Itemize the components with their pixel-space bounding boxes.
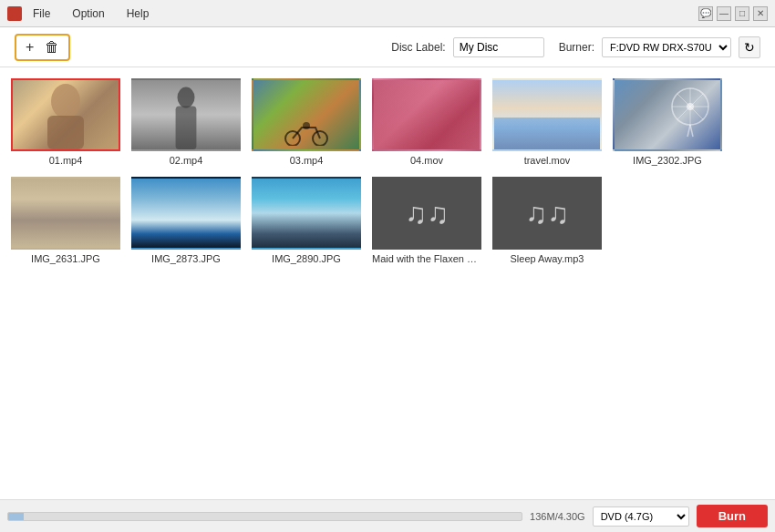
water-overlay [494, 118, 600, 149]
disc-label-input[interactable] [453, 37, 544, 57]
progress-bar [7, 512, 522, 521]
burner-section: Burner: F:DVD RW DRX-S70U ↻ [559, 36, 760, 58]
thumb-travel [492, 78, 602, 151]
dvd-format-select[interactable]: DVD (4.7G) DVD-DL (8.5G) BD-25G BD-50G [593, 506, 689, 527]
face-silhouette-icon [38, 81, 93, 149]
thumb-img2873 [131, 177, 241, 250]
burner-select[interactable]: F:DVD RW DRX-S70U [602, 37, 731, 57]
media-label-03: 03.mp4 [290, 155, 324, 166]
thumb-04 [372, 78, 481, 151]
thumb-img2302 [613, 78, 722, 151]
svg-rect-3 [176, 107, 197, 150]
add-button[interactable]: + [24, 39, 36, 56]
media-item-04[interactable]: 04.mov [372, 78, 481, 166]
thumb-img2890 [252, 177, 361, 250]
media-item-03[interactable]: 03.mp4 [252, 78, 361, 166]
main-content: 01.mp402.mp4 03.mp404.movtravel.mov IMG_… [0, 67, 775, 499]
media-label-02: 02.mp4 [170, 155, 203, 166]
title-bar: File Option Help 💬 — □ ✕ [0, 0, 775, 27]
burner-label: Burner: [559, 41, 594, 54]
menu-file[interactable]: File [29, 5, 54, 22]
media-label-img2890: IMG_2890.JPG [272, 253, 341, 264]
thumb-01 [11, 78, 120, 151]
svg-point-6 [303, 122, 310, 129]
media-label-img2873: IMG_2873.JPG [151, 253, 221, 264]
thumb-img2631 [11, 177, 120, 250]
thumb-02 [131, 78, 241, 151]
menu-option[interactable]: Option [68, 5, 108, 22]
media-label-img2302: IMG_2302.JPG [633, 155, 702, 166]
crowd-overlay [374, 80, 480, 149]
minimize-button[interactable]: — [717, 6, 731, 21]
disc-label-text: Disc Label: [391, 41, 445, 54]
media-item-travel[interactable]: travel.mov [492, 78, 602, 166]
svg-point-0 [51, 84, 80, 118]
size-info: 136M/4.30G [530, 511, 585, 522]
close-button[interactable]: ✕ [753, 6, 768, 21]
media-label-sleep: Sleep Away.mp3 [511, 253, 584, 264]
media-label-travel: travel.mov [524, 155, 571, 166]
motorcycle-icon [284, 118, 329, 146]
media-item-img2302[interactable]: IMG_2302.JPG [613, 78, 722, 166]
ferris-wheel-icon [667, 84, 713, 138]
add-delete-group: + 🗑 [15, 34, 70, 61]
media-item-img2631[interactable]: IMG_2631.JPG [11, 177, 120, 264]
media-label-01: 01.mp4 [49, 155, 83, 166]
media-item-img2890[interactable]: IMG_2890.JPG [252, 177, 361, 264]
svg-line-14 [690, 125, 693, 137]
svg-rect-1 [47, 116, 84, 149]
toolbar: + 🗑 Disc Label: Burner: F:DVD RW DRX-S70… [0, 27, 775, 67]
menu-bar: File Option Help [29, 5, 698, 22]
media-item-01[interactable]: 01.mp4 [11, 78, 120, 166]
music-icon: ♫♫ [525, 197, 569, 230]
burn-button[interactable]: Burn [697, 505, 768, 527]
svg-point-2 [178, 87, 195, 108]
media-item-img2873[interactable]: IMG_2873.JPG [131, 177, 241, 264]
refresh-button[interactable]: ↻ [739, 36, 760, 58]
chat-icon-btn[interactable]: 💬 [698, 6, 713, 21]
media-item-02[interactable]: 02.mp4 [131, 78, 241, 166]
app-icon [7, 6, 22, 21]
media-item-maid[interactable]: ♫♫Maid with the Flaxen Hair... [372, 177, 481, 264]
thumb-03 [252, 78, 361, 151]
delete-button[interactable]: 🗑 [43, 39, 61, 56]
music-icon: ♫♫ [405, 197, 449, 230]
menu-help[interactable]: Help [123, 5, 153, 22]
disc-label-section: Disc Label: [391, 37, 543, 57]
bottom-bar: 136M/4.30G DVD (4.7G) DVD-DL (8.5G) BD-2… [0, 499, 775, 532]
thumb-sleep: ♫♫ [492, 177, 602, 250]
media-label-img2631: IMG_2631.JPG [31, 253, 100, 264]
media-grid: 01.mp402.mp4 03.mp404.movtravel.mov IMG_… [11, 78, 764, 264]
media-label-04: 04.mov [410, 155, 443, 166]
media-label-maid: Maid with the Flaxen Hair... [372, 253, 481, 264]
maximize-button[interactable]: □ [735, 6, 749, 21]
media-item-sleep[interactable]: ♫♫Sleep Away.mp3 [492, 177, 602, 264]
thumb-maid: ♫♫ [372, 177, 481, 250]
person-silhouette-icon [133, 80, 239, 149]
svg-line-13 [687, 125, 690, 137]
window-controls: 💬 — □ ✕ [698, 6, 768, 21]
progress-bar-fill [8, 513, 24, 520]
